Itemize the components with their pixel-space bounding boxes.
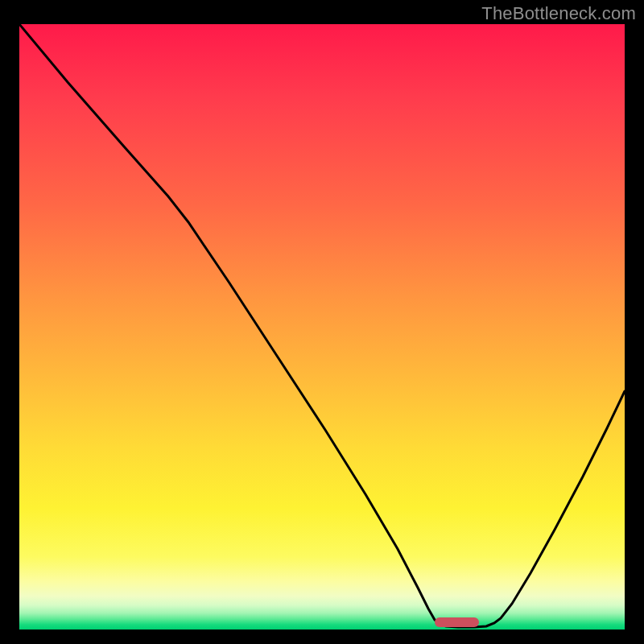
chart-frame: [19, 24, 625, 630]
optimum-marker: [435, 617, 479, 627]
watermark-text: TheBottleneck.com: [481, 3, 636, 24]
bottleneck-curve: [19, 24, 625, 630]
